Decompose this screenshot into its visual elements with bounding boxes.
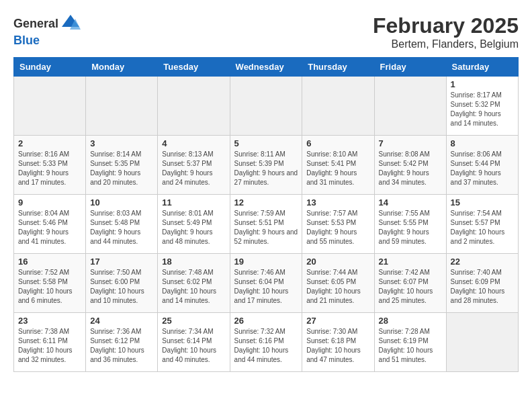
day-info: Sunrise: 7:40 AM Sunset: 6:09 PM Dayligh…: [451, 268, 514, 306]
day-info: Sunrise: 8:06 AM Sunset: 5:44 PM Dayligh…: [451, 150, 514, 187]
day-cell: 24Sunrise: 7:36 AM Sunset: 6:12 PM Dayli…: [86, 313, 158, 372]
day-number: 25: [162, 316, 225, 326]
day-info: Sunrise: 7:54 AM Sunset: 5:57 PM Dayligh…: [451, 209, 514, 246]
day-cell: 20Sunrise: 7:44 AM Sunset: 6:05 PM Dayli…: [302, 254, 374, 313]
logo: General Blue: [13, 13, 81, 48]
day-cell: [86, 77, 158, 136]
day-number: 15: [451, 197, 514, 208]
col-header-sunday: Sunday: [14, 58, 86, 77]
day-number: 3: [90, 138, 153, 148]
day-number: 24: [90, 316, 153, 326]
header: General Blue February 2025 Bertem, Fland…: [13, 13, 519, 50]
day-info: Sunrise: 7:36 AM Sunset: 6:12 PM Dayligh…: [90, 327, 153, 365]
col-header-saturday: Saturday: [446, 58, 518, 77]
day-number: 22: [451, 257, 514, 267]
day-cell: 16Sunrise: 7:52 AM Sunset: 5:58 PM Dayli…: [14, 254, 86, 313]
day-number: 9: [18, 197, 81, 208]
col-header-friday: Friday: [374, 58, 446, 77]
day-cell: 9Sunrise: 8:04 AM Sunset: 5:46 PM Daylig…: [14, 195, 86, 254]
day-cell: 11Sunrise: 8:01 AM Sunset: 5:49 PM Dayli…: [158, 195, 230, 254]
day-cell: 21Sunrise: 7:42 AM Sunset: 6:07 PM Dayli…: [374, 254, 446, 313]
week-row-3: 9Sunrise: 8:04 AM Sunset: 5:46 PM Daylig…: [14, 195, 519, 254]
day-number: 5: [234, 138, 298, 148]
day-number: 10: [90, 197, 153, 208]
col-header-monday: Monday: [86, 58, 158, 77]
day-cell: 1Sunrise: 8:17 AM Sunset: 5:32 PM Daylig…: [446, 77, 518, 136]
calendar-header-row: SundayMondayTuesdayWednesdayThursdayFrid…: [14, 58, 519, 77]
day-info: Sunrise: 7:28 AM Sunset: 6:19 PM Dayligh…: [379, 327, 442, 365]
day-info: Sunrise: 7:48 AM Sunset: 6:02 PM Dayligh…: [162, 268, 225, 306]
calendar: SundayMondayTuesdayWednesdayThursdayFrid…: [13, 57, 519, 372]
day-info: Sunrise: 7:42 AM Sunset: 6:07 PM Dayligh…: [379, 268, 442, 306]
day-info: Sunrise: 7:59 AM Sunset: 5:51 PM Dayligh…: [234, 209, 298, 246]
day-cell: [374, 77, 446, 136]
day-info: Sunrise: 8:11 AM Sunset: 5:39 PM Dayligh…: [234, 150, 298, 187]
day-cell: 3Sunrise: 8:14 AM Sunset: 5:35 PM Daylig…: [86, 136, 158, 195]
day-number: 8: [451, 138, 514, 148]
day-info: Sunrise: 7:34 AM Sunset: 6:14 PM Dayligh…: [162, 327, 225, 365]
day-number: 20: [306, 257, 369, 267]
week-row-2: 2Sunrise: 8:16 AM Sunset: 5:33 PM Daylig…: [14, 136, 519, 195]
day-cell: 14Sunrise: 7:55 AM Sunset: 5:55 PM Dayli…: [374, 195, 446, 254]
day-info: Sunrise: 8:13 AM Sunset: 5:37 PM Dayligh…: [162, 150, 225, 187]
day-number: 2: [18, 138, 81, 148]
week-row-5: 23Sunrise: 7:38 AM Sunset: 6:11 PM Dayli…: [14, 313, 519, 372]
day-cell: [14, 77, 86, 136]
day-info: Sunrise: 7:30 AM Sunset: 6:18 PM Dayligh…: [306, 327, 369, 365]
day-info: Sunrise: 8:16 AM Sunset: 5:33 PM Dayligh…: [18, 150, 81, 187]
day-info: Sunrise: 7:50 AM Sunset: 6:00 PM Dayligh…: [90, 268, 153, 306]
day-cell: 25Sunrise: 7:34 AM Sunset: 6:14 PM Dayli…: [158, 313, 230, 372]
week-row-1: 1Sunrise: 8:17 AM Sunset: 5:32 PM Daylig…: [14, 77, 519, 136]
col-header-tuesday: Tuesday: [158, 58, 230, 77]
day-number: 14: [379, 197, 442, 208]
day-number: 16: [18, 257, 81, 267]
day-number: 7: [379, 138, 442, 148]
day-info: Sunrise: 8:14 AM Sunset: 5:35 PM Dayligh…: [90, 150, 153, 187]
logo-general: General: [13, 17, 58, 31]
main-title: February 2025: [373, 13, 519, 38]
day-number: 26: [234, 316, 298, 326]
day-info: Sunrise: 7:44 AM Sunset: 6:05 PM Dayligh…: [306, 268, 369, 306]
day-cell: 28Sunrise: 7:28 AM Sunset: 6:19 PM Dayli…: [374, 313, 446, 372]
day-number: 23: [18, 316, 81, 326]
logo-icon: [60, 13, 81, 34]
day-info: Sunrise: 8:17 AM Sunset: 5:32 PM Dayligh…: [451, 91, 514, 128]
day-cell: 7Sunrise: 8:08 AM Sunset: 5:42 PM Daylig…: [374, 136, 446, 195]
day-number: 11: [162, 197, 225, 208]
day-cell: 17Sunrise: 7:50 AM Sunset: 6:00 PM Dayli…: [86, 254, 158, 313]
logo-blue: Blue: [13, 34, 81, 48]
day-info: Sunrise: 8:01 AM Sunset: 5:49 PM Dayligh…: [162, 209, 225, 246]
title-section: February 2025 Bertem, Flanders, Belgium: [373, 13, 519, 50]
day-number: 4: [162, 138, 225, 148]
day-number: 6: [306, 138, 369, 148]
day-cell: 12Sunrise: 7:59 AM Sunset: 5:51 PM Dayli…: [230, 195, 302, 254]
day-info: Sunrise: 8:08 AM Sunset: 5:42 PM Dayligh…: [379, 150, 442, 187]
day-cell: 22Sunrise: 7:40 AM Sunset: 6:09 PM Dayli…: [446, 254, 518, 313]
day-info: Sunrise: 8:03 AM Sunset: 5:48 PM Dayligh…: [90, 209, 153, 246]
day-info: Sunrise: 7:32 AM Sunset: 6:16 PM Dayligh…: [234, 327, 298, 365]
day-cell: 18Sunrise: 7:48 AM Sunset: 6:02 PM Dayli…: [158, 254, 230, 313]
day-info: Sunrise: 8:04 AM Sunset: 5:46 PM Dayligh…: [18, 209, 81, 246]
day-cell: 27Sunrise: 7:30 AM Sunset: 6:18 PM Dayli…: [302, 313, 374, 372]
calendar-body: 1Sunrise: 8:17 AM Sunset: 5:32 PM Daylig…: [14, 77, 519, 372]
day-cell: 26Sunrise: 7:32 AM Sunset: 6:16 PM Dayli…: [230, 313, 302, 372]
day-cell: 13Sunrise: 7:57 AM Sunset: 5:53 PM Dayli…: [302, 195, 374, 254]
day-number: 18: [162, 257, 225, 267]
day-cell: [446, 313, 518, 372]
day-info: Sunrise: 8:10 AM Sunset: 5:41 PM Dayligh…: [306, 150, 369, 187]
col-header-wednesday: Wednesday: [230, 58, 302, 77]
day-number: 27: [306, 316, 369, 326]
day-number: 12: [234, 197, 298, 208]
day-number: 21: [379, 257, 442, 267]
day-number: 1: [451, 79, 514, 89]
day-cell: [230, 77, 302, 136]
day-cell: 4Sunrise: 8:13 AM Sunset: 5:37 PM Daylig…: [158, 136, 230, 195]
day-cell: 2Sunrise: 8:16 AM Sunset: 5:33 PM Daylig…: [14, 136, 86, 195]
day-cell: [302, 77, 374, 136]
day-cell: 10Sunrise: 8:03 AM Sunset: 5:48 PM Dayli…: [86, 195, 158, 254]
day-cell: 8Sunrise: 8:06 AM Sunset: 5:44 PM Daylig…: [446, 136, 518, 195]
day-cell: 6Sunrise: 8:10 AM Sunset: 5:41 PM Daylig…: [302, 136, 374, 195]
day-cell: 19Sunrise: 7:46 AM Sunset: 6:04 PM Dayli…: [230, 254, 302, 313]
day-number: 19: [234, 257, 298, 267]
day-info: Sunrise: 7:52 AM Sunset: 5:58 PM Dayligh…: [18, 268, 81, 306]
